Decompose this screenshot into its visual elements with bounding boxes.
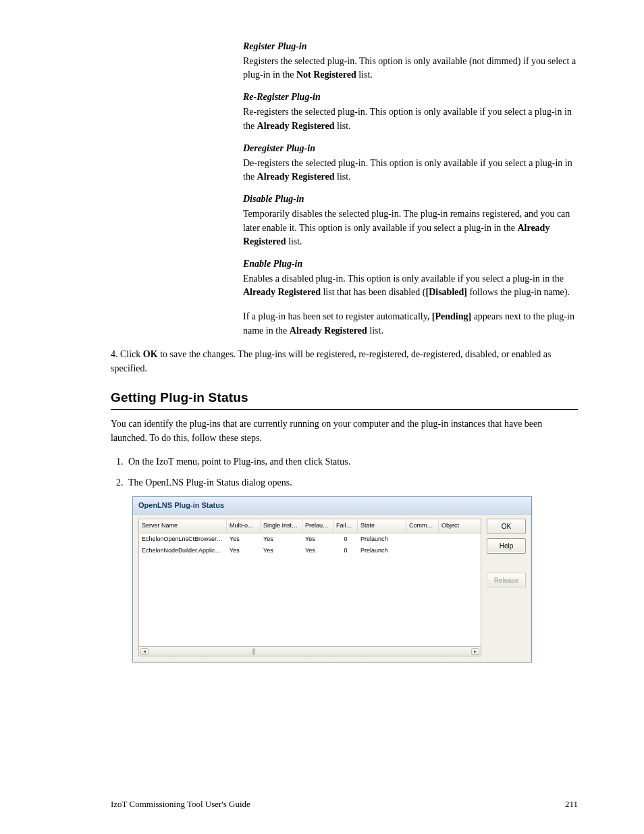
col-multi-object[interactable]: Multi-object? [227,519,261,533]
table-row[interactable]: EchelonOpenLnsCtBrowser.Doc... Yes Yes Y… [139,533,481,546]
def-body: Enables a disabled plug-in. This option … [243,272,578,300]
pending-note: If a plug-in has been set to register au… [243,309,578,338]
col-single-instance[interactable]: Single Instance? [261,519,302,533]
horizontal-scrollbar[interactable]: ◂ ▸ [138,647,481,656]
def-head: Disable Plug-in [243,193,578,206]
def-reregister: Re-Register Plug-in Re-registers the sel… [243,91,578,132]
col-object[interactable]: Object [439,519,463,533]
step-4: 4. Click OK to save the changes. The plu… [111,347,578,375]
def-deregister: Deregister Plug-in De-registers the sele… [243,142,578,184]
section-heading: Getting Plug-in Status [111,390,578,405]
col-prelaunch[interactable]: Prelaunch? [302,519,333,533]
col-server-name[interactable]: Server Name [139,519,227,533]
col-failures[interactable]: Failures [333,519,358,533]
footer-page-number: 211 [565,799,578,810]
steps-list: On the IzoT menu, point to Plug-ins, and… [126,454,578,663]
def-register: Register Plug-in Registers the selected … [243,41,578,82]
plugin-table[interactable]: Server Name Multi-object? Single Instanc… [138,519,481,647]
ok-button[interactable]: OK [487,519,526,534]
step-1: On the IzoT menu, point to Plug-ins, and… [126,454,578,469]
section-rule [111,409,578,410]
table-row[interactable]: EchelonNodeBuilder.Application Yes Yes Y… [139,545,481,557]
step-2: The OpenLNS Plug-in Status dialog opens.… [126,475,578,663]
def-body: De-registers the selected plug-in. This … [243,157,578,184]
scroll-left-icon[interactable]: ◂ [140,648,149,655]
release-button: Release [487,573,526,588]
def-body: Re-registers the selected plug-in. This … [243,105,578,133]
def-body: Temporarily disables the selected plug-i… [243,207,578,249]
col-command[interactable]: Command [406,519,439,533]
footer-doc-title: IzoT Commissioning Tool User's Guide [111,799,250,810]
def-disable: Disable Plug-in Temporarily disables the… [243,193,578,249]
plugin-status-dialog: OpenLNS Plug-in Status Server Name Multi… [132,496,532,663]
help-button[interactable]: Help [487,538,526,554]
def-head: Register Plug-in [243,41,578,53]
def-body: Registers the selected plug-in. This opt… [243,55,578,82]
scroll-right-icon[interactable]: ▸ [471,648,479,655]
def-head: Deregister Plug-in [243,142,578,155]
def-enable: Enable Plug-in Enables a disabled plug-i… [243,258,578,299]
scroll-thumb[interactable] [252,648,255,655]
def-head: Re-Register Plug-in [243,91,578,104]
section-intro: You can identify the plug-ins that are c… [111,417,578,445]
table-header: Server Name Multi-object? Single Instanc… [139,519,481,533]
col-state[interactable]: State [358,519,406,533]
def-head: Enable Plug-in [243,258,578,271]
dialog-title: OpenLNS Plug-in Status [133,497,531,515]
